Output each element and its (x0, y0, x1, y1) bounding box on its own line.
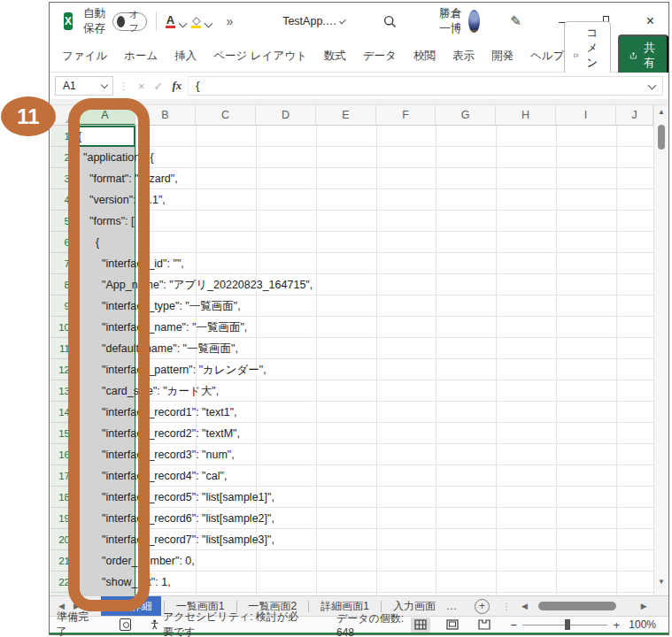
ribbon-tab-開発[interactable]: 開発 (491, 49, 514, 64)
horizontal-scrollbar[interactable] (531, 601, 637, 611)
row-header-21[interactable]: 21 (50, 550, 70, 572)
chevron-down-icon[interactable] (101, 81, 108, 88)
cell-row-11[interactable]: "default_name": "一覧画面", (75, 338, 653, 359)
font-color-button[interactable]: A (166, 15, 188, 28)
formula-input[interactable]: { (188, 76, 663, 96)
column-header-E[interactable]: E (316, 105, 376, 125)
more-commands-icon[interactable]: » (226, 14, 233, 28)
row-header-8[interactable]: 8 (50, 274, 70, 295)
expand-formula-bar-icon[interactable] (648, 81, 657, 89)
row-header-13[interactable]: 13 (50, 380, 70, 402)
row-header-3[interactable]: 3 (50, 168, 70, 189)
cell-row-20[interactable]: "interface_record7": "list[sample3]", (75, 529, 653, 550)
row-header-14[interactable]: 14 (50, 402, 70, 423)
row-header-5[interactable]: 5 (50, 211, 70, 232)
page-layout-view-button[interactable] (443, 618, 462, 633)
cell-row-14[interactable]: "interface_record1": "text1", (75, 402, 653, 423)
row-header-19[interactable]: 19 (50, 508, 70, 529)
cell-row-22[interactable]: "show_list": 1, (75, 572, 653, 593)
cell-row-12[interactable]: "interface_pattern": "カレンダー", (75, 359, 653, 380)
avatar[interactable] (468, 10, 480, 33)
title-chevron-down-icon[interactable] (339, 17, 346, 24)
cell-row-2[interactable]: "application": { (75, 147, 653, 168)
column-header-C[interactable]: C (196, 105, 256, 125)
zoom-slider-thumb[interactable] (565, 619, 570, 630)
zoom-in-button[interactable]: + (611, 618, 622, 632)
row-header-4[interactable]: 4 (50, 189, 70, 211)
cell-row-5[interactable]: "forms": [ (75, 211, 653, 232)
column-header-I[interactable]: I (556, 105, 616, 125)
scroll-up-icon[interactable]: ▲ (658, 108, 665, 116)
chevron-down-icon[interactable] (205, 19, 213, 27)
insert-function-icon[interactable]: fx (173, 79, 182, 93)
cell-row-16[interactable]: "interface_record3": "num", (75, 444, 653, 465)
row-header-6[interactable]: 6 (50, 232, 70, 253)
ribbon-tab-校閲[interactable]: 校閲 (413, 49, 436, 64)
row-header-2[interactable]: 2 (50, 147, 70, 168)
ribbon-tab-ファイル[interactable]: ファイル (62, 49, 107, 64)
close-button[interactable]: × (646, 13, 654, 29)
cell-row-19[interactable]: "interface_record6": "list[sample2]", (75, 508, 653, 529)
macro-record-icon[interactable] (120, 618, 131, 631)
cell-row-15[interactable]: "interface_record2": "textM", (75, 423, 653, 444)
ribbon-tab-ホーム[interactable]: ホーム (124, 49, 158, 64)
accessibility-status[interactable]: アクセシビリティ: 検討が必要です (151, 610, 305, 637)
zoom-out-button[interactable]: − (508, 618, 519, 632)
column-header-H[interactable]: H (496, 105, 556, 125)
row-header-7[interactable]: 7 (50, 253, 70, 274)
horizontal-scroll-thumb[interactable] (538, 602, 616, 610)
search-icon[interactable] (383, 15, 397, 28)
user-name[interactable]: 勝倉一博 (439, 6, 461, 36)
ribbon-tab-ヘルプ[interactable]: ヘルプ (530, 49, 564, 64)
vertical-scrollbar[interactable]: ▲ ▼ (653, 105, 668, 595)
cell-row-7[interactable]: "interface_id": "", (75, 253, 653, 274)
column-header-J[interactable]: J (616, 105, 653, 125)
column-header-G[interactable]: G (436, 105, 496, 125)
cell-row-3[interactable]: "format": "wizard", (75, 168, 653, 189)
page-break-view-button[interactable] (475, 618, 494, 633)
ribbon-tab-挿入[interactable]: 挿入 (174, 49, 197, 64)
cell-row-21[interactable]: "order_number": 0, (75, 550, 653, 572)
row-header-12[interactable]: 12 (50, 359, 70, 380)
ribbon-tab-ページ レイアウト[interactable]: ページ レイアウト (213, 49, 307, 64)
share-button[interactable]: 共有 (618, 35, 668, 77)
cell-row-13[interactable]: "card_size": "カード大", (75, 380, 653, 402)
zoom-slider[interactable] (522, 618, 607, 631)
row-header-1[interactable]: 1 (50, 126, 70, 147)
row-header-16[interactable]: 16 (50, 444, 70, 465)
row-header-20[interactable]: 20 (50, 529, 70, 550)
cell-row-18[interactable]: "interface_record5": "list[sample1]", (75, 487, 653, 508)
ribbon-tab-データ[interactable]: データ (363, 49, 397, 64)
chevron-down-icon[interactable] (179, 19, 188, 27)
cell-row-10[interactable]: "interface_name": "一覧画面", (75, 317, 653, 338)
pen-icon[interactable]: ✎ (510, 13, 521, 29)
hscroll-right-icon[interactable]: ▶ (641, 602, 647, 610)
fill-color-button[interactable]: ◇ (191, 15, 213, 28)
row-header-10[interactable]: 10 (50, 317, 70, 338)
formula-bar-grip[interactable]: ⋮ (119, 81, 128, 92)
enter-icon[interactable]: ✓ (154, 80, 164, 93)
column-header-D[interactable]: D (256, 105, 316, 125)
hscroll-left-icon[interactable]: ◀ (521, 602, 528, 610)
cell-row-17[interactable]: "interface_record4": "cal", (75, 465, 653, 487)
row-header-9[interactable]: 9 (50, 295, 70, 317)
cancel-icon[interactable]: × (138, 80, 145, 93)
normal-view-button[interactable] (411, 618, 430, 633)
cell-row-6[interactable]: { (75, 232, 653, 253)
cell-row-4[interactable]: "version": "1.1", (75, 189, 653, 211)
autosave-toggle[interactable]: オフ (112, 12, 147, 31)
column-header-F[interactable]: F (376, 105, 436, 125)
cell-row-1[interactable]: { (75, 126, 653, 147)
cell-row-9[interactable]: "interface_type": "一覧画面", (75, 295, 653, 317)
sheet-grid[interactable]: {"application": {"format": "wizard","ver… (75, 126, 653, 595)
data-count[interactable]: データの個数: 648 (336, 611, 411, 637)
ribbon-tab-数式[interactable]: 数式 (324, 49, 346, 64)
cell-row-8[interactable]: "App_name": "アプリ_20220823_164715", (75, 274, 653, 295)
add-sheet-button[interactable]: + (475, 599, 490, 614)
name-box[interactable]: A1 (55, 76, 113, 96)
scroll-down-icon[interactable]: ▼ (658, 578, 665, 586)
row-header-11[interactable]: 11 (50, 338, 70, 359)
ribbon-tab-表示[interactable]: 表示 (452, 49, 475, 64)
excel-app-icon[interactable]: X (64, 12, 73, 30)
vertical-scroll-thumb[interactable] (658, 125, 665, 150)
